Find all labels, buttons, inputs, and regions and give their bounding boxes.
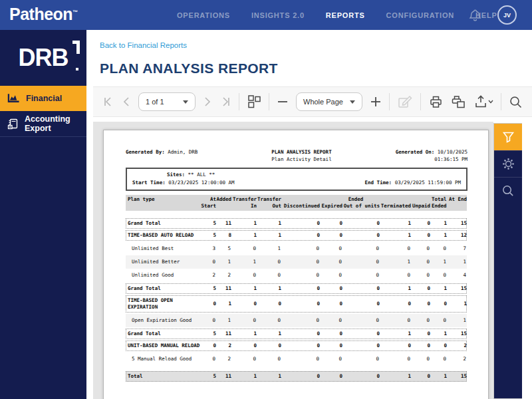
- value-cell: 0: [320, 272, 342, 279]
- value-cell: 1: [257, 331, 282, 337]
- table-row: Unlimited Best35010000007: [126, 242, 467, 255]
- multipage-view-button[interactable]: [247, 94, 261, 109]
- value-cell: 0: [282, 331, 321, 337]
- value-cell: 0: [343, 220, 380, 227]
- value-cell: 0: [257, 356, 281, 362]
- value-cell: 1: [431, 220, 448, 227]
- value-cell: 0: [231, 272, 257, 279]
- column-header-plan-type: Plan type: [126, 196, 200, 203]
- sidebar-divider: [0, 136, 86, 137]
- nav-item-insights[interactable]: INSIGHTS 2.0: [251, 11, 305, 19]
- value-cell: 0: [380, 356, 411, 362]
- value-cell: 1: [257, 245, 281, 252]
- table-row: TIME-BASED OPEN EXPIRATION01000000001: [126, 295, 467, 313]
- value-cell: 0: [320, 245, 342, 252]
- value-cell: 0: [343, 285, 380, 292]
- value-cell: 0: [342, 245, 380, 252]
- settings-button[interactable]: [494, 150, 522, 177]
- sites-value: ** ALL **: [188, 172, 215, 178]
- toolbar-separator: [269, 93, 269, 110]
- value-cell: 2: [217, 342, 232, 349]
- value-cell: 0: [321, 220, 343, 227]
- value-cell: 11: [217, 220, 232, 227]
- first-page-button[interactable]: [102, 96, 114, 108]
- main-content: Back to Financial Reports PLAN ANALYSIS …: [86, 30, 532, 399]
- search-panel-button[interactable]: [494, 177, 522, 203]
- zoom-in-button[interactable]: [370, 96, 382, 108]
- zoom-out-button[interactable]: [277, 96, 289, 108]
- value-cell: 0: [257, 272, 281, 279]
- toolbar-separator: [389, 93, 390, 110]
- plan-type-cell: Unlimited Best: [126, 245, 200, 252]
- table-row: Grand Total5111100010115: [126, 283, 467, 294]
- report-subtitle: Plan Activity Detail: [242, 156, 361, 163]
- generated-on-value: 10/10/2025: [438, 149, 467, 155]
- notifications-bell-icon[interactable]: [468, 7, 482, 22]
- drb-logo-registered-mark: [76, 68, 78, 70]
- value-cell: 1: [232, 285, 257, 292]
- previous-page-button[interactable]: [122, 96, 131, 108]
- zoom-level-value: Whole Page: [303, 98, 343, 106]
- last-page-button[interactable]: [219, 96, 231, 108]
- generated-by-value: Admin, DRB: [168, 149, 198, 155]
- generated-by-label: Generated By:: [126, 149, 165, 155]
- value-cell: 0: [380, 342, 412, 349]
- table-row: Unlimited Better01100001011: [126, 255, 467, 269]
- value-cell: 11: [217, 373, 232, 380]
- value-cell: 0: [321, 285, 343, 292]
- sidebar: DRB Financial Accounting Export: [0, 30, 86, 399]
- value-cell: 0: [430, 272, 447, 279]
- search-button[interactable]: [509, 95, 523, 109]
- sidebar-item-label: Financial: [26, 94, 62, 103]
- sidebar-item-financial[interactable]: Financial: [0, 86, 86, 111]
- value-cell: 0: [282, 342, 321, 349]
- report-side-tools: [493, 123, 522, 399]
- value-cell: 0: [343, 232, 380, 239]
- back-to-financial-reports-link[interactable]: Back to Financial Reports: [100, 41, 187, 49]
- value-cell: 0: [282, 285, 321, 292]
- value-cell: 11: [217, 331, 232, 337]
- value-cell: 5: [201, 232, 217, 239]
- value-cell: 1: [380, 259, 411, 265]
- plan-type-cell: Grand Total: [126, 285, 201, 292]
- value-cell: 0: [282, 232, 321, 239]
- page-number-dropdown[interactable]: 1 of 1: [138, 92, 196, 111]
- table-row: TIME-BASED AUTO RELOAD581100010112: [126, 230, 467, 241]
- column-header-added: Added: [216, 196, 231, 203]
- value-cell: 1: [232, 373, 257, 380]
- nav-item-reports[interactable]: REPORTS: [326, 11, 365, 19]
- plan-type-cell: Unlimited Good: [126, 272, 200, 279]
- plan-type-cell: Grand Total: [126, 220, 201, 227]
- nav-item-operations[interactable]: OPERATIONS: [177, 11, 230, 19]
- value-cell: 0: [412, 285, 431, 292]
- filter-funnel-icon: [502, 131, 515, 144]
- end-time-label: End Time:: [365, 180, 392, 186]
- user-avatar[interactable]: JV: [497, 5, 517, 25]
- table-row: Total5111100010115: [126, 371, 467, 382]
- value-cell: 0: [321, 301, 343, 307]
- value-cell: 15: [448, 331, 467, 337]
- value-cell: 0: [380, 317, 411, 324]
- value-cell: 1: [257, 220, 282, 227]
- print-button[interactable]: [428, 94, 444, 109]
- next-page-button[interactable]: [203, 96, 212, 108]
- filter-button[interactable]: [494, 124, 522, 150]
- value-cell: 1: [447, 317, 467, 324]
- value-cell: 0: [430, 317, 447, 324]
- print-page-button[interactable]: [451, 94, 466, 109]
- report-criteria-box: Sites: ** ALL ** Start Time: 03/23/2025 …: [126, 168, 467, 191]
- value-cell: 15: [448, 373, 467, 380]
- value-cell: 0: [431, 342, 448, 349]
- value-cell: 1: [257, 285, 282, 292]
- value-cell: 1: [430, 259, 447, 265]
- sidebar-item-accounting-export[interactable]: Accounting Export: [0, 111, 86, 136]
- generated-on-time: 01:36:15 PM: [361, 156, 467, 163]
- search-icon: [501, 184, 515, 198]
- nav-item-configuration[interactable]: CONFIGURATION: [386, 11, 454, 19]
- start-time-label: Start Time:: [132, 180, 166, 186]
- value-cell: 15: [448, 220, 467, 227]
- zoom-level-dropdown[interactable]: Whole Page: [296, 92, 362, 111]
- column-header-discontinued: Discontinued: [281, 203, 320, 209]
- value-cell: 0: [380, 301, 412, 307]
- export-button[interactable]: [473, 94, 493, 109]
